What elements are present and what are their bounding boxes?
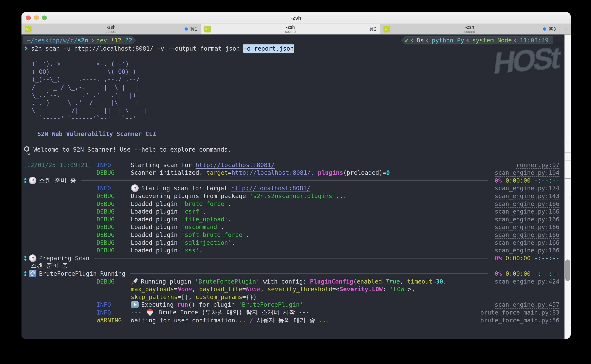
log-level: DEBUG [97,239,131,246]
source-file-ref: scan_engine.py:166 [495,231,559,238]
minimize-button[interactable] [34,15,39,20]
prompt-path-segment: ~/desktop/w/c/s2ndev *12 ?2 [23,36,132,45]
log-row: INFO--- Brute Force (무차별 대입) 탐지 스캐너 시작 -… [23,309,559,316]
progress-label: BruteForcePlugin Running [39,270,125,277]
log-area: [12/01/25 11:09:21]INFOStarting scan for… [23,161,559,324]
log-row: DEBUGScanner initialized. target=http://… [23,169,559,177]
icon-play-icon [131,301,138,308]
log-row: DEBUGLoaded plugin 'xss'.scan_engine.py:… [23,247,559,254]
log-message: Loaded plugin 'sqlinjection'. [131,239,235,246]
scroll-mark [565,178,571,179]
log-row: DEBUGLoaded plugin 'csrf'.scan_engine.py… [23,208,559,215]
cont-row: max_payloads=None, payload_file=None, se… [23,285,559,293]
log-level: WARNING [97,317,131,324]
log-level: DEBUG [97,247,131,254]
source-file-ref: scan_engine.py:166 [495,208,559,215]
log-level: DEBUG [97,231,131,238]
icon-mag-icon [24,146,29,152]
activity-dot-icon [543,27,546,31]
chev-l-icon [514,39,517,42]
traffic-lights [26,15,47,20]
terminal-content: ~/desktop/w/c/s2ndev *12 ?2 ✔8spython Py… [23,36,559,339]
scrollbar-track[interactable] [565,34,571,339]
scrollbar-thumb[interactable] [565,260,570,281]
log-level: INFO [97,301,131,308]
welcome-message: Welcome to S2N Scanner! Use --help to ex… [23,146,559,153]
tab-3[interactable]: >_ -zsh secure ⌘3 [380,24,559,34]
log-message: Loaded plugin 'file_upload'. [131,216,231,223]
spinner-icon [24,271,27,276]
log-level: INFO [97,162,131,169]
source-file-ref: scan_engine.py:166 [495,216,559,223]
icon-rocket-icon [131,278,138,285]
chev-r-icon [91,39,94,42]
log-row: DEBUGLoaded plugin 'oscommand'.scan_engi… [23,223,559,231]
icon-compass-icon [131,184,138,192]
terminal-icon: >_ [25,26,32,32]
command-text: s2n scan -u http://localhost:8081/ -v --… [31,45,294,53]
new-tab-button[interactable]: + [559,24,571,34]
close-button[interactable] [26,15,31,20]
app-banner: S2N Web Vulnerability Scanner CLI [23,130,156,137]
scroll-mark [565,161,571,161]
log-message: Starting scan for http://localhost:8081/ [131,162,275,169]
log-level: DEBUG [97,223,131,231]
progress-stats: 0% 0:00:00 -:--:-- [495,177,559,184]
prompt-chevron-icon [24,46,27,50]
progress-bar [130,273,488,274]
ascii-art-logo: (`-').-> <-. (`-')_ ( OO)_ \( OO) ) (_)-… [23,60,559,122]
prompt-status-segment: ✔8spython Pysystem Node11:03:49 [405,36,553,45]
progress-bar [94,258,488,259]
log-level: DEBUG [97,216,131,223]
tab-subtitle: secure [464,30,475,34]
log-message: Waiting for user confirmation... / 사용자 동… [131,316,330,325]
tab-2-active[interactable]: >_ -zsh secure ⌘2 [201,24,380,34]
source-file-ref: scan_engine.py:166 [495,223,559,231]
icon-shield-icon [147,309,153,316]
log-row: DEBUGLoaded plugin 'sqlinjection'.scan_e… [23,239,559,247]
log-level: INFO [97,309,131,316]
activity-dot-icon [184,27,188,31]
source-file-ref: scan_engine.py:166 [495,247,559,254]
log-message: Discovering plugins from package 's2n.s2… [131,192,347,200]
terminal-icon: >_ [204,26,211,32]
tab-title: -zsh [106,25,116,30]
tab-shortcut: ⌘3 [549,26,556,32]
log-row: WARNINGWaiting for user confirmation... … [23,316,559,324]
window-title: -zsh [21,15,571,21]
log-message: --- Brute Force (무차별 대입) 탐지 스캐너 시작 --- [131,308,309,317]
tab-1[interactable]: >_ -zsh secure ⌘1 [21,24,201,34]
shell-prompt-bar: ~/desktop/w/c/s2ndev *12 ?2 ✔8spython Py… [23,36,559,45]
scroll-mark [565,142,571,142]
progress-stats: 0% 0:00:00 -:--:-- [495,270,559,277]
terminal-icon: >_ [383,26,390,32]
log-level: DEBUG [97,169,131,176]
log-row: DEBUGLoaded plugin 'soft_brute_force'.sc… [23,231,559,239]
title-bar: -zsh [21,12,571,24]
tab-title: -zsh [464,25,475,30]
icon-compass-icon [29,254,36,262]
progress-stats: 0% 0:00:00 -:--:-- [495,255,559,262]
log-message: Loaded plugin 'csrf'. [131,208,206,215]
tab-shortcut: ⌘2 [369,26,377,32]
source-file-ref: scan_engine.py:104 [495,169,559,176]
progress-row: 스캔 준비 중0% 0:00:00 -:--:-- [23,177,559,184]
progress-label: 스캔 준비 중 [39,176,76,185]
icon-compass-icon [29,177,36,184]
source-file-ref: brute_force_main.py:56 [480,317,559,324]
source-file-ref: brute_force_main.py:83 [480,309,559,316]
log-message: Running plugin 'BruteForcePlugin' with c… [131,278,447,285]
log-message: Executing run() for plugin 'BruteForcePl… [131,301,303,308]
tab-subtitle: secure [285,30,296,34]
log-message: Scanner initialized. target=http://local… [131,169,390,176]
progress-bar [81,180,488,181]
log-level: DEBUG [97,278,131,285]
log-message: Loaded plugin 'oscommand'. [131,223,224,231]
command-line[interactable]: s2n scan -u http://localhost:8081/ -v --… [23,45,559,52]
plain-row: 스캔 준비 중 [23,262,559,270]
source-file-ref: scan_engine.py:174 [495,185,559,192]
source-file-ref: scan_engine.py:424 [495,278,559,285]
log-row: INFOExecuting run() for plugin 'BruteFor… [23,301,559,309]
zoom-button[interactable] [42,15,47,20]
log-row: INFOStarting scan for target http://loca… [23,184,559,192]
